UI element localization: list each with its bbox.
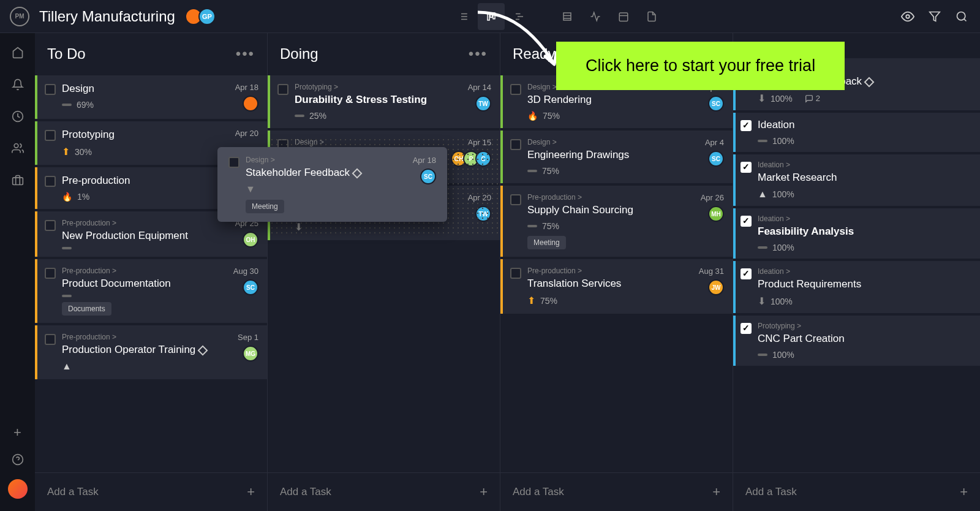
tag[interactable]: Documents [62, 302, 111, 316]
add-icon[interactable]: + [10, 425, 25, 440]
activity-view-icon[interactable] [582, 3, 609, 30]
due-date: Apr 14 [468, 83, 491, 92]
task-card[interactable]: Ideation 100% [733, 113, 980, 152]
svg-point-22 [14, 144, 18, 148]
checkbox[interactable] [741, 216, 752, 227]
progress-text: 75% [543, 111, 560, 121]
column-menu-icon[interactable]: ••• [236, 45, 255, 62]
column-menu-icon[interactable]: ••• [469, 45, 488, 62]
add-task-button[interactable]: Add a Task+ [35, 472, 267, 511]
task-card[interactable]: Ideation > Feasibility Analysis 100% [733, 208, 980, 259]
checkbox[interactable] [510, 268, 521, 279]
avatar[interactable]: JW [708, 279, 724, 295]
card-breadcrumb: Prototyping > [295, 83, 462, 91]
gantt-view-icon[interactable] [506, 3, 533, 30]
add-task-button[interactable]: Add a Task+ [500, 472, 733, 511]
checkbox[interactable] [510, 139, 521, 150]
app-logo[interactable]: PM [10, 7, 29, 26]
card-breadcrumb: Ideation > [758, 267, 965, 276]
cards-list: Design > 3D Rendering 🔥 75% Apr 6 SC [500, 75, 733, 511]
cta-button[interactable]: Click here to start your free trial [556, 42, 845, 90]
card-title: Supply Chain Sourcing [527, 204, 695, 216]
task-card[interactable]: Prototyping > Durability & Stress Testin… [268, 75, 500, 128]
checkbox[interactable] [741, 162, 752, 173]
task-card[interactable]: Design 69% Apr 18 [35, 75, 267, 119]
checkbox[interactable] [741, 268, 752, 279]
avatar[interactable]: SC [420, 168, 436, 184]
team-icon[interactable] [10, 141, 25, 156]
progress-bar-icon [758, 354, 767, 356]
task-card[interactable]: Ideation > Product Requirements ⬇ 100% [733, 261, 980, 313]
tag[interactable]: Meeting [246, 200, 284, 213]
dropdown-icon[interactable]: ▼ [246, 184, 407, 195]
files-view-icon[interactable] [638, 3, 665, 30]
avatar[interactable]: GP [198, 8, 216, 25]
avatar[interactable]: MH [708, 206, 724, 222]
portfolio-icon[interactable] [10, 173, 25, 187]
card-title: Engineering Drawings [527, 149, 699, 161]
recent-icon[interactable] [10, 109, 25, 124]
tag[interactable]: Meeting [527, 236, 566, 249]
priority-up-icon: ▲ [758, 189, 767, 200]
add-task-button[interactable]: Add a Task+ [268, 472, 500, 511]
task-card[interactable]: Pre-production > Translation Services ⬆ … [500, 259, 733, 314]
list-view-icon[interactable] [450, 3, 477, 30]
add-task-button[interactable]: Add a Task+ [733, 472, 980, 511]
checkbox[interactable] [510, 84, 521, 95]
progress-text: 75% [542, 166, 559, 176]
card-title: Ideation [758, 119, 965, 131]
calendar-view-icon[interactable] [610, 3, 637, 30]
filter-icon[interactable] [926, 8, 943, 25]
assignees: JW [712, 279, 724, 295]
search-icon[interactable] [953, 8, 970, 25]
checkbox[interactable] [45, 268, 56, 279]
avatar[interactable] [243, 96, 258, 112]
card-breadcrumb: Ideation > [758, 161, 965, 169]
checkbox[interactable] [277, 84, 288, 95]
dragging-card[interactable]: Design > Stakeholder Feedback ▼ Meeting … [217, 147, 447, 222]
board-view-icon[interactable] [478, 3, 505, 30]
comments-count[interactable]: 2 [805, 94, 820, 103]
checkbox[interactable] [741, 120, 752, 131]
avatar[interactable]: TW [475, 96, 491, 112]
svg-point-17 [906, 15, 910, 18]
task-card[interactable]: Pre-production > Supply Chain Sourcing 7… [500, 186, 733, 257]
checkbox[interactable] [45, 84, 56, 95]
progress-bar-icon [62, 247, 72, 249]
card-title: 3D Rendering [527, 94, 699, 106]
checkbox[interactable] [45, 130, 56, 141]
notifications-icon[interactable] [10, 77, 25, 92]
checkbox[interactable] [510, 194, 521, 205]
sheet-view-icon[interactable] [554, 3, 581, 30]
column-header: Doing ••• [268, 33, 500, 75]
home-icon[interactable] [10, 45, 25, 60]
avatar[interactable]: SC [708, 151, 724, 167]
task-card[interactable]: Pre-production > Production Operator Tra… [35, 325, 267, 379]
checkbox[interactable] [45, 334, 56, 345]
avatar[interactable]: SC [708, 96, 724, 112]
checkbox[interactable] [228, 157, 239, 168]
column-header: To Do ••• [35, 33, 267, 75]
progress-bar-icon [295, 115, 304, 117]
assignees [246, 96, 258, 112]
task-card[interactable]: Pre-production > Product Documentation D… [35, 259, 267, 323]
priority-fire-icon: 🔥 [62, 192, 72, 202]
cards-list: Ideation > Stakeholder Feedback ⬇ 100% 2 [733, 58, 980, 511]
task-card[interactable]: Design > Engineering Drawings 75% Apr 4 … [500, 131, 733, 183]
avatar[interactable]: MG [243, 346, 258, 361]
avatar[interactable]: SC [243, 279, 258, 295]
due-date: Apr 4 [705, 138, 724, 147]
visibility-icon[interactable] [899, 8, 916, 25]
checkbox[interactable] [45, 176, 56, 187]
task-card[interactable]: Ideation > Market Research ▲ 100% [733, 154, 980, 206]
assignees: MH [712, 206, 724, 222]
avatar[interactable]: OH [243, 232, 258, 248]
user-avatar[interactable] [8, 479, 28, 499]
header-avatars[interactable]: GP [185, 8, 216, 25]
due-date: Aug 31 [699, 267, 724, 276]
checkbox[interactable] [741, 323, 752, 334]
svg-marker-18 [930, 12, 940, 21]
help-icon[interactable] [10, 452, 25, 467]
task-card[interactable]: Prototyping > CNC Part Creation 100% [733, 316, 980, 366]
checkbox[interactable] [45, 220, 56, 231]
